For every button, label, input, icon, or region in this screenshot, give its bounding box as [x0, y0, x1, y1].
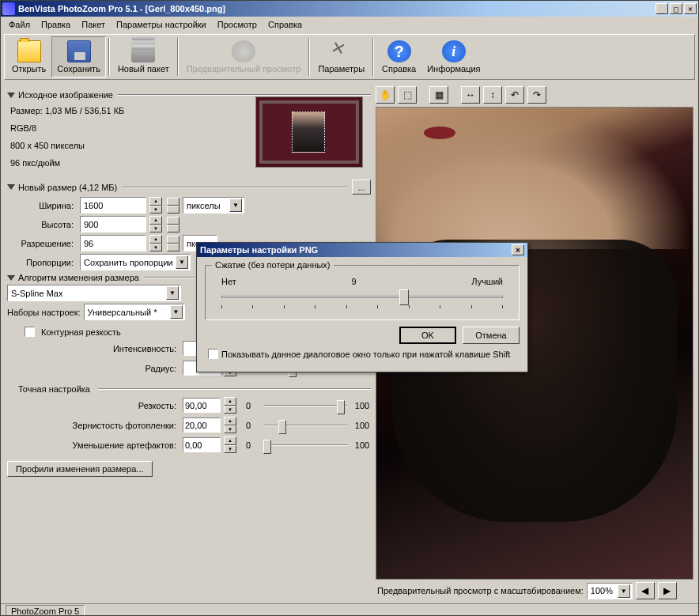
chevron-down-icon: ▼	[176, 255, 188, 269]
height-spinner[interactable]: ▲▼	[149, 216, 162, 232]
sharp-spinner[interactable]: ▲▼	[224, 397, 236, 414]
menu-file[interactable]: Файл	[4, 18, 35, 31]
titlebar: BenVista PhotoZoom Pro 5.1 - [Gerl_800x4…	[1, 1, 698, 17]
shift-only-label: Показывать данное диалоговое окно только…	[221, 350, 510, 359]
preview-bottom-bar: Предварительный просмотр с масштабирован…	[374, 581, 695, 600]
thumbnail-selection[interactable]	[292, 111, 325, 153]
toolbar-separator	[372, 38, 374, 76]
disk-icon	[67, 40, 91, 62]
toolbar-separator	[308, 38, 310, 76]
flip-h-button[interactable]: ↔	[461, 86, 480, 104]
intensity-label: Интенсивность:	[7, 344, 179, 353]
chevron-down-icon: ▼	[618, 584, 630, 598]
dialog-titlebar: Параметры настройки PNG ×	[197, 243, 527, 257]
menu-help[interactable]: Справка	[263, 18, 307, 31]
preview-button[interactable]: Предварительный просмотр	[181, 36, 307, 77]
open-button[interactable]: Открыть	[6, 36, 51, 77]
help-button[interactable]: ?Справка	[376, 36, 421, 77]
folder-icon	[17, 40, 41, 62]
height-input[interactable]	[80, 216, 146, 232]
sharp-slider[interactable]	[263, 399, 347, 413]
sharp-label: Резкость:	[7, 401, 179, 410]
contour-checkbox[interactable]	[25, 327, 35, 337]
compression-slider[interactable]	[221, 289, 503, 308]
algo-header: Алгоритм изменения размера	[18, 273, 139, 282]
zoom-label: Предварительный просмотр с масштабирован…	[377, 586, 584, 595]
res-label: Разрешение:	[7, 239, 77, 248]
grain-input[interactable]	[183, 418, 221, 433]
dialog-close-button[interactable]: ×	[512, 244, 524, 255]
cancel-button[interactable]: Отмена	[463, 327, 520, 344]
link-button[interactable]	[167, 244, 179, 251]
zoom-combo[interactable]: 100%▼	[587, 583, 633, 599]
flip-v-button[interactable]: ↕	[483, 86, 502, 104]
unit-combo[interactable]: пикселы▼	[183, 197, 244, 214]
params-button[interactable]: Параметры	[312, 36, 370, 77]
slider-thumb[interactable]	[399, 289, 409, 305]
rotate-ccw-button[interactable]: ↶	[505, 86, 524, 104]
select-tool-button[interactable]: ⬚	[398, 86, 417, 104]
artifact-slider[interactable]	[263, 438, 347, 452]
main-window: BenVista PhotoZoom Pro 5.1 - [Gerl_800x4…	[0, 0, 699, 616]
tools-icon	[330, 40, 353, 62]
link-button[interactable]	[167, 217, 179, 225]
chevron-down-icon: ▼	[229, 198, 242, 212]
minimize-button[interactable]: _	[656, 3, 668, 14]
width-input[interactable]	[80, 197, 146, 214]
preview-toolbar: ✋ ⬚ ▦ ↔ ↕ ↶ ↷	[374, 85, 695, 105]
prop-combo[interactable]: Сохранить пропорции▼	[80, 254, 191, 270]
link-button[interactable]	[167, 236, 179, 244]
menu-settings[interactable]: Параметры настройки	[111, 18, 211, 31]
save-button[interactable]: Сохранить	[51, 36, 106, 77]
rotate-cw-button[interactable]: ↷	[527, 86, 546, 104]
shift-only-checkbox[interactable]	[208, 349, 218, 359]
preset-label: Наборы настроек:	[7, 308, 81, 317]
disclosure-icon[interactable]	[7, 275, 15, 281]
new-batch-button[interactable]: Новый пакет	[112, 36, 175, 77]
sharp-input[interactable]	[183, 398, 221, 413]
compression-group: Сжатие (без потери данных) Нет 9 Лучший	[205, 265, 520, 320]
link-button[interactable]	[167, 206, 179, 214]
menubar: Файл Правка Пакет Параметры настройки Пр…	[1, 17, 698, 32]
width-spinner[interactable]: ▲▼	[149, 197, 162, 214]
method-combo[interactable]: S-Spline Max▼	[7, 285, 181, 301]
prev-button[interactable]: ◀	[636, 582, 655, 599]
grain-slider[interactable]	[263, 418, 347, 433]
link-button[interactable]	[167, 198, 179, 206]
profiles-button[interactable]: Профили изменения размера...	[7, 461, 153, 477]
next-button[interactable]: ▶	[658, 582, 677, 599]
res-spinner[interactable]: ▲▼	[149, 235, 162, 251]
disclosure-icon[interactable]	[7, 184, 15, 190]
prop-label: Пропорции:	[7, 258, 77, 267]
info-button[interactable]: iИнформация	[421, 36, 486, 77]
grid-button[interactable]: ▦	[429, 86, 448, 104]
grain-spinner[interactable]: ▲▼	[224, 417, 236, 433]
artifact-input[interactable]	[183, 437, 221, 452]
menu-edit[interactable]: Правка	[36, 18, 75, 31]
question-icon: ?	[387, 40, 411, 62]
statusbar: PhotoZoom Pro 5	[1, 603, 698, 616]
slider-min-label: Нет	[221, 277, 236, 286]
slider-value-label: 9	[351, 277, 356, 286]
preset-combo[interactable]: Универсальный *▼	[84, 304, 185, 320]
close-button[interactable]: ×	[684, 3, 697, 14]
ok-button[interactable]: OK	[399, 327, 456, 344]
group-title: Сжатие (без потери данных)	[212, 260, 334, 270]
tuning-label: Точная настройка	[18, 384, 90, 394]
menu-batch[interactable]: Пакет	[77, 18, 110, 31]
newsize-header: Новый размер (4,12 МБ)	[18, 183, 117, 192]
disclosure-icon[interactable]	[7, 93, 15, 98]
maximize-button[interactable]: □	[670, 3, 682, 14]
height-label: Высота:	[7, 220, 77, 229]
source-header: Исходное изображение	[18, 90, 113, 100]
hand-tool-button[interactable]: ✋	[376, 86, 395, 104]
artifact-spinner[interactable]: ▲▼	[224, 436, 236, 453]
menu-view[interactable]: Просмотр	[213, 18, 262, 31]
png-settings-dialog: Параметры настройки PNG × Сжатие (без по…	[196, 242, 528, 372]
more-button[interactable]: ...	[352, 180, 371, 195]
width-label: Ширина:	[7, 201, 77, 210]
link-button[interactable]	[167, 225, 179, 232]
res-input[interactable]	[80, 235, 146, 251]
chevron-down-icon: ▼	[170, 305, 183, 319]
thumbnail[interactable]	[255, 96, 363, 168]
